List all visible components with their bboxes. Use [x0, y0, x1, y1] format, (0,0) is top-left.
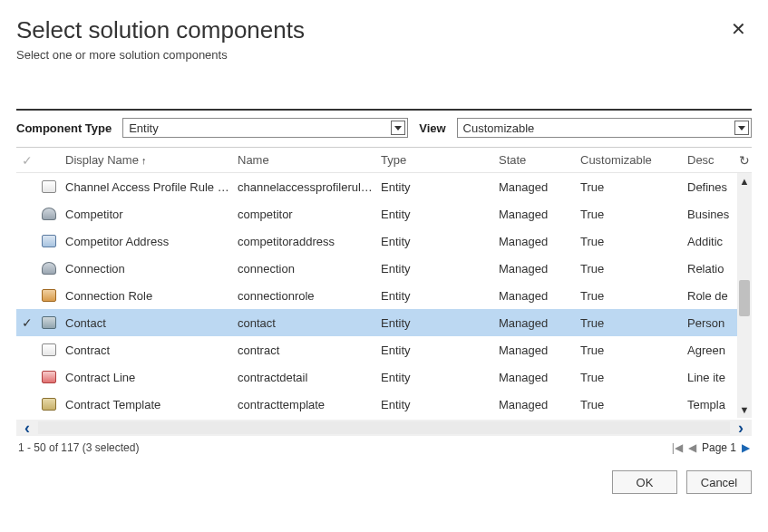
cell-customizable: True: [575, 371, 682, 384]
chevron-down-icon: [391, 121, 405, 135]
entity-type-icon: [38, 235, 60, 247]
view-dropdown[interactable]: Customizable: [457, 118, 752, 138]
table-row[interactable]: Contract TemplatecontracttemplateEntityM…: [16, 391, 752, 418]
table-row[interactable]: Competitor AddresscompetitoraddressEntit…: [16, 227, 752, 255]
column-name[interactable]: Name: [232, 153, 375, 167]
cell-description: Additic: [682, 235, 736, 248]
record-range-text: 1 - 50 of 117 (3 selected): [18, 441, 139, 454]
cell-state: Managed: [493, 343, 575, 357]
cell-customizable: True: [575, 180, 682, 194]
cell-name: contracttemplate: [232, 398, 375, 411]
pager-first-icon[interactable]: |◀: [672, 441, 683, 454]
cell-name: contact: [232, 316, 375, 330]
cell-type: Entity: [375, 316, 493, 330]
row-checkbox[interactable]: [16, 315, 38, 330]
table-row[interactable]: CompetitorcompetitorEntityManagedTrueBus…: [16, 200, 752, 227]
cell-name: competitoraddress: [232, 235, 375, 248]
hscroll-track[interactable]: [38, 421, 730, 434]
column-state[interactable]: State: [493, 153, 575, 167]
ok-button[interactable]: OK: [612, 470, 677, 494]
header-divider: [16, 109, 752, 111]
cell-customizable: True: [575, 289, 682, 303]
cell-description: Person: [682, 316, 736, 330]
dialog-subtitle: Select one or more solution components: [16, 48, 305, 62]
select-all-checkbox[interactable]: [16, 153, 38, 168]
cell-name: contractdetail: [232, 371, 375, 384]
horizontal-scrollbar[interactable]: ‹ ›: [16, 420, 752, 436]
scroll-down-icon[interactable]: [737, 401, 752, 418]
grid-header-row: Display Name Name Type State Customizabl…: [16, 148, 752, 173]
cell-name: contract: [232, 343, 375, 357]
filter-bar: Component Type Entity View Customizable: [16, 118, 752, 138]
entity-type-icon: [38, 316, 60, 329]
table-row[interactable]: ConnectionconnectionEntityManagedTrueRel…: [16, 255, 752, 282]
table-row[interactable]: Channel Access Profile Rule Itemchannela…: [16, 173, 752, 200]
cell-type: Entity: [375, 343, 493, 357]
cell-description: Role de: [682, 289, 736, 303]
entity-type-icon: [38, 208, 60, 220]
entity-type-icon: [38, 371, 60, 383]
cancel-button[interactable]: Cancel: [686, 470, 752, 494]
column-display-name[interactable]: Display Name: [60, 153, 232, 167]
column-customizable[interactable]: Customizable: [575, 153, 682, 167]
cell-state: Managed: [493, 262, 575, 276]
table-row[interactable]: ContactcontactEntityManagedTruePerson: [16, 309, 752, 336]
cell-name: competitor: [232, 208, 375, 221]
cell-type: Entity: [375, 371, 493, 384]
cell-customizable: True: [575, 208, 682, 221]
pager-prev-icon[interactable]: ◀: [688, 441, 696, 454]
entity-type-icon: [38, 398, 60, 411]
close-icon[interactable]: ✕: [725, 16, 752, 42]
cell-name: connection: [232, 262, 375, 276]
cell-description: Templa: [682, 398, 736, 411]
cell-customizable: True: [575, 262, 682, 276]
table-row[interactable]: Connection RoleconnectionroleEntityManag…: [16, 282, 752, 309]
cell-name: connectionrole: [232, 289, 375, 303]
component-type-value: Entity: [129, 121, 159, 135]
dialog-title: Select solution components: [16, 16, 305, 44]
cell-description: Busines: [682, 208, 736, 221]
scrollbar-thumb[interactable]: [739, 280, 750, 316]
component-type-dropdown[interactable]: Entity: [122, 118, 408, 138]
cell-state: Managed: [493, 180, 575, 194]
scroll-left-icon[interactable]: ‹: [16, 419, 38, 438]
scroll-right-icon[interactable]: ›: [730, 419, 752, 438]
cell-customizable: True: [575, 398, 682, 411]
entity-type-icon: [38, 180, 60, 193]
cell-display-name: Connection Role: [60, 289, 232, 303]
table-row[interactable]: Contract LinecontractdetailEntityManaged…: [16, 363, 752, 391]
vertical-scrollbar[interactable]: [737, 173, 752, 418]
column-description[interactable]: Desc: [682, 153, 736, 167]
cell-display-name: Contract: [60, 343, 232, 357]
cell-display-name: Connection: [60, 262, 232, 276]
column-type[interactable]: Type: [375, 153, 493, 167]
cell-customizable: True: [575, 343, 682, 357]
cell-display-name: Contact: [60, 316, 232, 330]
entity-type-icon: [38, 262, 60, 275]
cell-type: Entity: [375, 208, 493, 221]
cell-name: channelaccessprofileruleite...: [232, 180, 375, 194]
pager: |◀ ◀ Page 1 ▶: [672, 441, 750, 454]
chevron-down-icon: [734, 121, 749, 135]
cell-state: Managed: [493, 208, 575, 221]
cell-customizable: True: [575, 235, 682, 248]
refresh-icon[interactable]: [736, 153, 753, 168]
view-label: View: [419, 121, 445, 135]
cell-type: Entity: [375, 180, 493, 194]
cell-type: Entity: [375, 398, 493, 411]
cell-state: Managed: [493, 316, 575, 330]
pager-page-label: Page 1: [702, 441, 736, 454]
cell-type: Entity: [375, 289, 493, 303]
cell-state: Managed: [493, 235, 575, 248]
cell-display-name: Contract Line: [60, 371, 232, 384]
table-row[interactable]: ContractcontractEntityManagedTrueAgreen: [16, 336, 752, 363]
entity-type-icon: [38, 343, 60, 356]
view-value: Customizable: [463, 121, 535, 135]
pager-next-icon[interactable]: ▶: [742, 441, 750, 454]
cell-customizable: True: [575, 316, 682, 330]
cell-display-name: Competitor: [60, 208, 232, 221]
scroll-up-icon[interactable]: [737, 173, 752, 189]
cell-state: Managed: [493, 371, 575, 384]
status-bar: 1 - 50 of 117 (3 selected) |◀ ◀ Page 1 ▶: [16, 436, 752, 454]
cell-display-name: Competitor Address: [60, 235, 232, 248]
